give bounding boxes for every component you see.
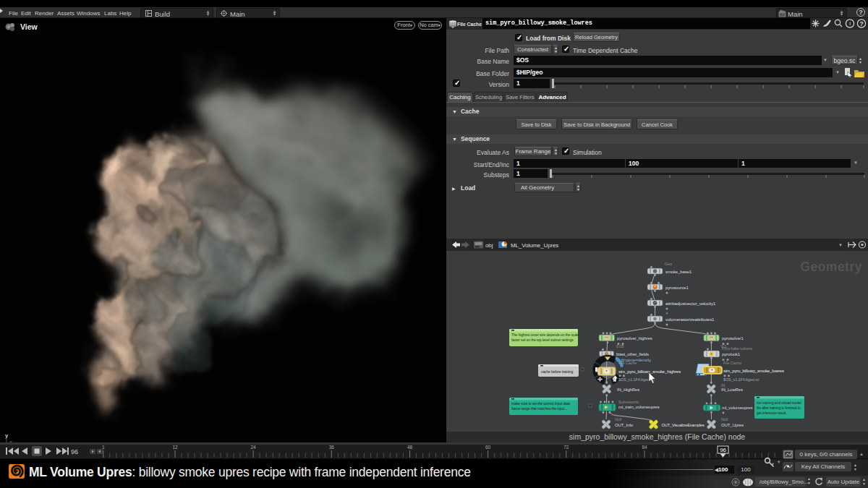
svg-text:sim_pyro_billowy_smoke_lowres: sim_pyro_billowy_smoke_lowres — [723, 369, 784, 373]
svg-text:File Cache: File Cache — [618, 361, 637, 365]
svg-text:OUT_VisualizeExamples: OUT_VisualizeExamples — [662, 423, 705, 427]
svg-text:obj: obj — [485, 242, 493, 249]
svg-text:attribadjustvector_velocity1: attribadjustvector_velocity1 — [665, 301, 716, 306]
svg-text:48: 48 — [407, 445, 412, 450]
svg-text:?: ? — [859, 20, 863, 27]
svg-text:pyrolook1: pyrolook1 — [722, 352, 741, 356]
svg-text:factor set on the top level su: factor set on the top level subnet setti… — [511, 338, 574, 342]
svg-text:pyrosolver_highres: pyrosolver_highres — [617, 336, 652, 341]
svg-text:cache before training: cache before training — [541, 369, 574, 374]
svg-text:12: 12 — [173, 445, 178, 450]
svg-text:IN_HighRes: IN_HighRes — [617, 388, 639, 392]
svg-text:file after training is finishe: file after training is finished to — [757, 406, 801, 410]
svg-text:The highres voxel size depends: The highres voxel size depends on the sc… — [511, 333, 579, 337]
svg-text:i: i — [849, 20, 851, 27]
svg-text:ML_Volume_Upres: ML_Volume_Upres — [511, 242, 558, 249]
svg-text:96: 96 — [720, 447, 726, 453]
svg-text:$OS_v1.1F4.bgeo.sc: $OS_v1.1F4.bgeo.sc — [723, 377, 760, 382]
svg-text:blast_other_fields: blast_other_fields — [616, 352, 649, 356]
svg-text:smoke_base1: smoke_base1 — [665, 270, 692, 274]
svg-text:72: 72 — [563, 445, 569, 450]
svg-text:IN_LowRes: IN_LowRes — [721, 388, 743, 392]
svg-text:0.05: 0.05 — [616, 344, 624, 348]
svg-text:Pyro bake volume: Pyro bake volume — [722, 346, 752, 351]
svg-text:Null: Null — [615, 417, 621, 421]
svg-text:ml_train_volumeupres: ml_train_volumeupres — [618, 405, 660, 409]
svg-text:24: 24 — [251, 445, 256, 450]
svg-text:36: 36 — [329, 445, 334, 450]
svg-text:Null: Null — [721, 417, 728, 421]
svg-text:y: y — [5, 432, 9, 439]
svg-text:make sure to set the correct i: make sure to set the correct input data — [511, 401, 570, 406]
svg-text:volumerasterizeattributes1: volumerasterizeattributes1 — [665, 317, 715, 322]
svg-text:96: 96 — [71, 448, 78, 455]
svg-text:1: 1 — [102, 445, 105, 450]
svg-text:60: 60 — [485, 445, 490, 450]
svg-text:Geo: Geo — [665, 262, 672, 266]
svg-text:Subnetwork: Subnetwork — [618, 400, 639, 404]
svg-text:84: 84 — [642, 445, 647, 450]
svg-text:File Cache: File Cache — [723, 361, 741, 365]
svg-text:ml_volumeupres: ml_volumeupres — [722, 406, 752, 410]
svg-text:OUT_Info: OUT_Info — [615, 423, 634, 427]
svg-text:pyrosolver1: pyrosolver1 — [722, 336, 744, 341]
svg-text:run training and reload model: run training and reload model — [757, 401, 801, 405]
svg-text:▼: ▼ — [838, 243, 843, 247]
svg-text:pyrosource1: pyrosource1 — [665, 286, 689, 290]
svg-text:OUT_Upres: OUT_Upres — [721, 423, 744, 427]
svg-text:frame range that matches the i: frame range that matches the input... — [511, 406, 567, 411]
svg-text:get inference result.: get inference result. — [757, 411, 786, 415]
